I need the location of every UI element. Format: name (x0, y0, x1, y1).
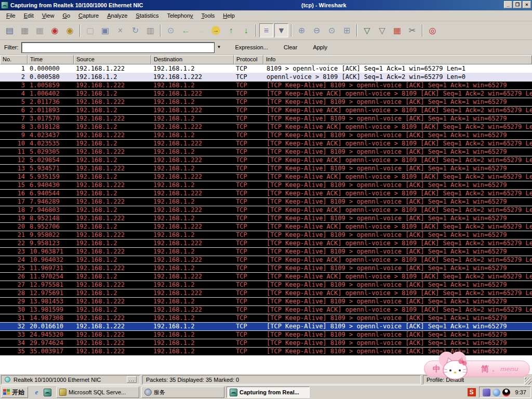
packet-row[interactable]: 33 24.945320 192.168.1.222 192.168.1.2 T… (0, 330, 532, 339)
close-file-button[interactable]: × (113, 23, 127, 37)
capture-filter-button[interactable]: ▽ (360, 23, 374, 37)
column-header-info[interactable]: Info (263, 55, 532, 64)
menu-view[interactable]: View (38, 11, 59, 20)
resize-columns-button[interactable]: ⊞ (340, 23, 354, 37)
coloring-rules-button[interactable]: ▦ (390, 23, 404, 37)
start-button[interactable]: 开始 (1, 387, 28, 398)
list-interfaces-button[interactable]: ▤ (3, 23, 17, 37)
packet-row[interactable]: 10 4.023535 192.168.1.2 192.168.1.222 TC… (0, 139, 532, 148)
zoom-100-button[interactable]: ⊙ (325, 23, 339, 37)
menu-edit[interactable]: Edit (20, 11, 38, 20)
menu-tools[interactable]: Tools (197, 11, 219, 20)
packet-row[interactable]: 30 13.981599 192.168.1.2 192.168.1.222 T… (0, 305, 532, 314)
packet-row[interactable]: 1 0.000000 192.168.1.222 192.168.1.2 TCP… (0, 64, 532, 73)
capture-stop-button[interactable]: ◉ (48, 23, 62, 37)
packet-row[interactable]: 15 6.940430 192.168.1.222 192.168.1.2 TC… (0, 181, 532, 189)
open-file-button[interactable]: ▢ (83, 23, 97, 37)
autoscroll-button[interactable]: ▼ (274, 23, 288, 37)
zoom-out-button[interactable]: ⊖ (310, 23, 324, 37)
column-header-protocol[interactable]: Protocol (234, 55, 263, 64)
display-filter-button[interactable]: ▽ (375, 23, 389, 37)
packet-row[interactable]: 12 5.029854 192.168.1.2 192.168.1.222 TC… (0, 156, 532, 164)
packet-row[interactable]: 14 5.935159 192.168.1.2 192.168.1.222 TC… (0, 172, 532, 181)
packet-row[interactable]: 6 2.011893 192.168.1.2 192.168.1.222 TCP… (0, 106, 532, 114)
go-bottom-button[interactable]: ↓ (239, 23, 253, 37)
packet-row[interactable]: 7 3.017570 192.168.1.222 192.168.1.2 TCP… (0, 114, 532, 123)
packet-row[interactable]: 8 3.018128 192.168.1.2 192.168.1.222 TCP… (0, 123, 532, 131)
close-button[interactable]: × (523, 1, 531, 8)
capture-options-button[interactable]: ▦ (18, 23, 32, 37)
preferences-button[interactable]: ✂ (405, 23, 419, 37)
ime-punctuation-toggle[interactable]: 。 (492, 365, 498, 374)
zoom-in-button[interactable]: ⊕ (295, 23, 309, 37)
clear-button[interactable]: Clear (280, 43, 301, 52)
packet-row[interactable]: 18 7.946803 192.168.1.2 192.168.1.222 TC… (0, 206, 532, 214)
packet-row[interactable]: 25 11.969731 192.168.1.222 192.168.1.2 T… (0, 264, 532, 272)
packet-row[interactable]: 13 5.934571 192.168.1.222 192.168.1.2 TC… (0, 164, 532, 172)
minimize-button[interactable]: _ (504, 1, 512, 8)
packet-row[interactable]: 28 12.975691 192.168.1.2 192.168.1.222 T… (0, 289, 532, 297)
ime-language-toggle[interactable]: 中 (433, 364, 441, 374)
menu-file[interactable]: File (2, 11, 20, 20)
packet-row[interactable]: 31 14.987308 192.168.1.222 192.168.1.2 T… (0, 314, 532, 322)
menu-telephony[interactable]: Telephony (163, 11, 197, 20)
menu-statistics[interactable]: Statistics (131, 11, 163, 20)
find-packet-button[interactable]: ⊙ (164, 23, 178, 37)
column-header-source[interactable]: Source (74, 55, 151, 64)
packet-row[interactable]: 22 9.958123 192.168.1.2 192.168.1.222 TC… (0, 239, 532, 247)
packet-row[interactable]: 2 0.000580 192.168.1.2 192.168.1.222 TCP… (0, 73, 532, 81)
task-button-sql-server[interactable]: Microsoft SQL Serve... (56, 387, 139, 398)
internet-explorer-icon[interactable]: e (32, 388, 41, 397)
packet-row[interactable]: 5 2.011736 192.168.1.222 192.168.1.2 TCP… (0, 98, 532, 106)
go-to-packet-button[interactable]: → (209, 23, 223, 37)
packet-row[interactable]: 4 1.006402 192.168.1.2 192.168.1.222 TCP… (0, 89, 532, 98)
packet-row[interactable]: 16 6.940544 192.168.1.2 192.168.1.222 TC… (0, 189, 532, 197)
reload-button[interactable]: ↻ (128, 23, 142, 37)
apply-button[interactable]: Apply (309, 43, 331, 52)
go-back-button[interactable]: ← (179, 23, 193, 37)
save-file-button[interactable]: ▣ (98, 23, 112, 37)
packet-row[interactable]: 20 8.952706 192.168.1.2 192.168.1.222 TC… (0, 222, 532, 231)
packet-row[interactable]: 34 29.974624 192.168.1.222 192.168.1.2 T… (0, 339, 532, 347)
menu-go[interactable]: Go (58, 11, 74, 20)
task-button-services[interactable]: 服务 (141, 387, 224, 398)
packet-row[interactable]: 21 9.958022 192.168.1.222 192.168.1.2 TC… (0, 231, 532, 239)
task-button-wireshark[interactable]: Capturing from Real... (227, 387, 310, 398)
column-header-time[interactable]: Time (28, 55, 74, 64)
packet-row[interactable]: 29 13.981453 192.168.1.222 192.168.1.2 T… (0, 297, 532, 305)
packet-row[interactable]: 17 7.946289 192.168.1.222 192.168.1.2 TC… (0, 197, 532, 206)
packet-row[interactable]: 9 4.023437 192.168.1.222 192.168.1.2 TCP… (0, 131, 532, 139)
help-button[interactable]: ◎ (425, 23, 440, 37)
print-button[interactable]: ▥ (143, 23, 157, 37)
tray-qq-icon[interactable] (502, 389, 510, 396)
restore-button[interactable]: ❐ (513, 1, 522, 8)
packet-row[interactable]: 23 10.963871 192.168.1.222 192.168.1.2 T… (0, 247, 532, 256)
ime-menu-button[interactable]: menu (500, 365, 518, 373)
expression-button[interactable]: Expression... (231, 43, 273, 52)
menu-capture[interactable]: Capture (74, 11, 103, 20)
colorize-button[interactable]: ≡ (259, 23, 273, 37)
packet-row[interactable]: 19 8.952148 192.168.1.222 192.168.1.2 TC… (0, 214, 532, 222)
wireshark-quicklaunch-icon[interactable] (43, 388, 52, 397)
packet-row[interactable]: 27 12.975581 192.168.1.222 192.168.1.2 T… (0, 281, 532, 289)
s-app-tray-icon[interactable]: S (468, 388, 476, 396)
packet-row[interactable]: 26 11.970254 192.168.1.2 192.168.1.222 T… (0, 272, 532, 281)
go-forward-button[interactable]: → (194, 23, 208, 37)
packet-row[interactable]: 3 1.005859 192.168.1.222 192.168.1.2 TCP… (0, 81, 532, 89)
capture-start-button[interactable]: ▦ (33, 23, 47, 37)
packet-row[interactable]: 32 20.016610 192.168.1.222 192.168.1.2 T… (0, 322, 532, 330)
packet-row[interactable]: 11 5.029305 192.168.1.222 192.168.1.2 TC… (0, 148, 532, 156)
taskbar-clock[interactable]: 9:37 (515, 389, 526, 395)
packet-row[interactable]: 24 10.964032 192.168.1.2 192.168.1.222 T… (0, 256, 532, 264)
capture-restart-button[interactable]: ◉ (63, 23, 77, 37)
go-top-button[interactable]: ↑ (224, 23, 238, 37)
status-more-button[interactable]: ... (127, 376, 137, 383)
filter-dropdown-icon[interactable]: ▼ (215, 43, 224, 52)
column-header-destination[interactable]: Destination (151, 55, 234, 64)
filter-input[interactable] (22, 43, 214, 52)
tray-app-icon[interactable] (483, 389, 490, 396)
column-header-no[interactable]: No. (0, 55, 28, 64)
menu-analyze[interactable]: Analyze (103, 11, 131, 20)
menu-help[interactable]: Help (219, 11, 239, 20)
ime-simplified-toggle[interactable]: 简 (481, 364, 489, 374)
